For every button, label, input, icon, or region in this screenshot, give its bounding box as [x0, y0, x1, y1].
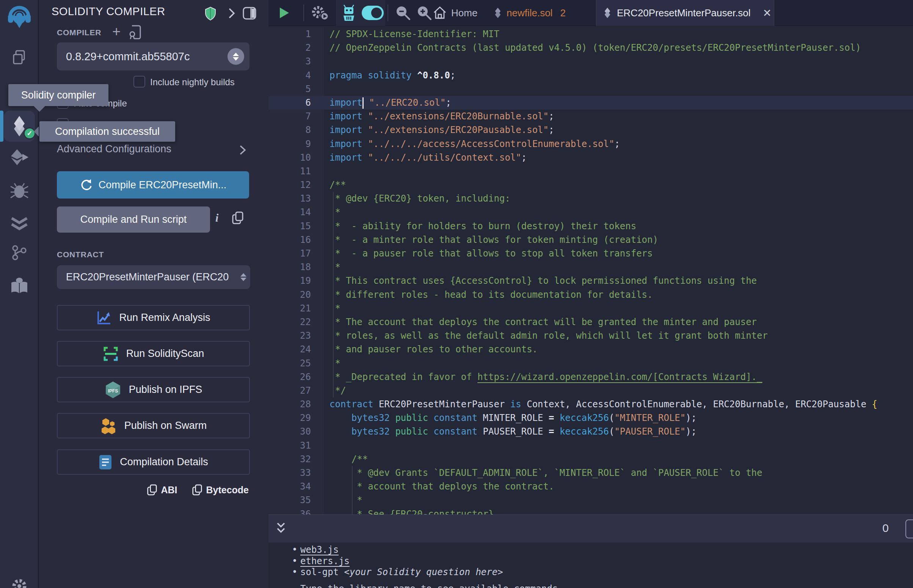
terminal-output: •web3.js•ethers.js•sol-gpt <your Solidit…	[269, 543, 913, 588]
line-number: 11	[269, 165, 324, 178]
line-number: 6	[269, 96, 324, 110]
shield-icon[interactable]	[205, 7, 216, 22]
tab-erc20presetminterpauser[interactable]: ERC20PresetMinterPauser.sol ✕	[596, 0, 774, 26]
line-number: 29	[269, 411, 324, 425]
pin-panel-icon[interactable]	[243, 7, 256, 21]
tab-home[interactable]: Home	[433, 0, 478, 26]
svg-text:IPFS: IPFS	[108, 388, 118, 394]
compilation-details-button[interactable]: Compilation Details	[57, 449, 250, 475]
code-line: 32 /**	[269, 452, 913, 466]
publish-on-swarm-label: Publish on Swarm	[125, 420, 207, 431]
copy-abi-button[interactable]: ABI	[147, 484, 177, 496]
code-line: 20 * different roles - head to its docum…	[269, 288, 913, 302]
add-custom-compiler-icon[interactable]: +	[112, 24, 121, 40]
code-line: 8import "../extensions/ERC20Pausable.sol…	[269, 123, 913, 137]
toggle-knob	[371, 8, 382, 18]
line-number: 19	[269, 274, 324, 288]
copy-icon	[147, 484, 157, 496]
ai-copilot-toggle[interactable]	[362, 6, 384, 20]
code-line: 24 * and pauser roles to other accounts.	[269, 342, 913, 356]
close-tab-icon[interactable]: ✕	[763, 7, 772, 19]
copy-icon[interactable]	[232, 212, 243, 226]
code-line: 3	[269, 55, 913, 68]
main-area: Home newfile.sol 2 ERC20PresetMinterPaus…	[269, 0, 913, 588]
terminal-list-item: •ethers.js	[292, 556, 913, 567]
code-editor[interactable]: 1// SPDX-License-Identifier: MIT2// Open…	[269, 26, 913, 515]
tab-newfile[interactable]: newfile.sol 2	[487, 0, 596, 26]
copy-icon	[192, 484, 202, 496]
terminal-search-input[interactable]	[905, 519, 913, 538]
run-remix-analysis-button[interactable]: Run Remix Analysis	[57, 305, 250, 330]
terminal-command: sol-gpt	[300, 567, 344, 578]
compile-and-run-button[interactable]: Compile and Run script	[57, 207, 210, 233]
learneth-icon[interactable]	[0, 277, 39, 295]
expand-terminal-icon[interactable]	[275, 521, 287, 538]
details-doc-icon	[99, 454, 112, 470]
tab-home-label: Home	[451, 7, 478, 19]
nightly-builds-label: Include nightly builds	[150, 77, 235, 87]
publish-on-ipfs-button[interactable]: IPFS Publish on IPFS	[57, 377, 250, 402]
code-line: 9import "../../../access/AccessControlEn…	[269, 137, 913, 151]
run-script-play-icon[interactable]	[278, 0, 290, 26]
nightly-builds-checkbox[interactable]	[133, 76, 145, 87]
line-number: 31	[269, 439, 324, 452]
script-config-gear-icon[interactable]	[311, 0, 329, 26]
advanced-configurations-toggle[interactable]: Advanced Configurations	[57, 143, 250, 156]
line-number: 21	[269, 302, 324, 315]
solidity-file-icon	[494, 7, 502, 19]
code-line: 23 * roles, as well as the default admin…	[269, 329, 913, 342]
file-explorer-icon[interactable]	[0, 48, 39, 66]
select-updown-icon	[228, 48, 244, 65]
line-number: 34	[269, 480, 324, 493]
code-line: 13 * @dev {ERC20} token, including:	[269, 192, 913, 205]
line-number: 9	[269, 137, 324, 151]
compile-button[interactable]: Compile ERC20PresetMin...	[57, 171, 249, 199]
remix-ide-window: ✓	[0, 0, 913, 588]
terminal-list-item: •sol-gpt <your Solidity question here>	[292, 567, 913, 578]
git-icon[interactable]	[0, 244, 39, 262]
line-number: 24	[269, 342, 324, 356]
code-line: 26 * _Deprecated in favor of https://wiz…	[269, 370, 913, 384]
line-number: 35	[269, 493, 324, 507]
line-number: 2	[269, 41, 324, 55]
compile-and-run-label: Compile and Run script	[80, 214, 187, 225]
home-icon	[433, 6, 447, 20]
code-line: 19 * This contract uses {AccessControl} …	[269, 274, 913, 288]
settings-gear-icon[interactable]	[0, 577, 39, 588]
info-icon[interactable]: i	[215, 212, 219, 224]
code-line: 35 *	[269, 493, 913, 507]
chevron-right-icon[interactable]	[228, 8, 236, 21]
run-remix-analysis-label: Run Remix Analysis	[119, 312, 210, 323]
zoom-out-icon[interactable]	[395, 0, 411, 26]
code-line: 22 * The account that deploys the contra…	[269, 315, 913, 329]
code-line: 33 * @dev Grants `DEFAULT_ADMIN_ROLE`, `…	[269, 466, 913, 480]
plugin-tooltip-text: Solidity compiler	[21, 89, 96, 101]
line-number: 1	[269, 27, 324, 41]
zoom-in-icon[interactable]	[416, 0, 432, 26]
unit-testing-icon[interactable]	[0, 215, 39, 233]
compilation-status-tooltip: Compilation successful	[39, 121, 175, 142]
contract-select[interactable]: ERC20PresetMinterPauser (ERC20	[57, 265, 250, 289]
remix-ai-robot-icon[interactable]	[340, 0, 357, 26]
compilation-status-text: Compilation successful	[55, 126, 160, 137]
terminal-library-link[interactable]: web3.js	[300, 544, 338, 556]
terminal-listen-count: 0	[882, 522, 889, 535]
solidity-file-icon	[603, 7, 612, 19]
bytecode-label: Bytecode	[206, 485, 249, 496]
code-line: 7import "../extensions/ERC20Burnable.sol…	[269, 110, 913, 123]
line-number: 10	[269, 151, 324, 165]
compiler-version-select[interactable]: 0.8.29+commit.ab55807c	[57, 42, 249, 71]
active-plugin-indicator	[0, 111, 3, 142]
deploy-run-icon[interactable]	[0, 149, 39, 166]
debugger-icon[interactable]	[0, 182, 39, 199]
line-number: 28	[269, 397, 324, 411]
remix-logo-icon[interactable]	[0, 5, 39, 30]
tab-active-label: ERC20PresetMinterPauser.sol	[617, 7, 751, 19]
terminal-library-link[interactable]: ethers.js	[300, 556, 350, 567]
compiler-license-icon[interactable]	[129, 25, 142, 41]
publish-on-swarm-button[interactable]: Publish on Swarm	[57, 413, 250, 438]
run-solidityscan-button[interactable]: Run SolidityScan	[57, 341, 250, 367]
copy-bytecode-button[interactable]: Bytecode	[192, 484, 249, 496]
divider	[303, 5, 304, 21]
terminal-list-item: •web3.js	[292, 544, 913, 556]
